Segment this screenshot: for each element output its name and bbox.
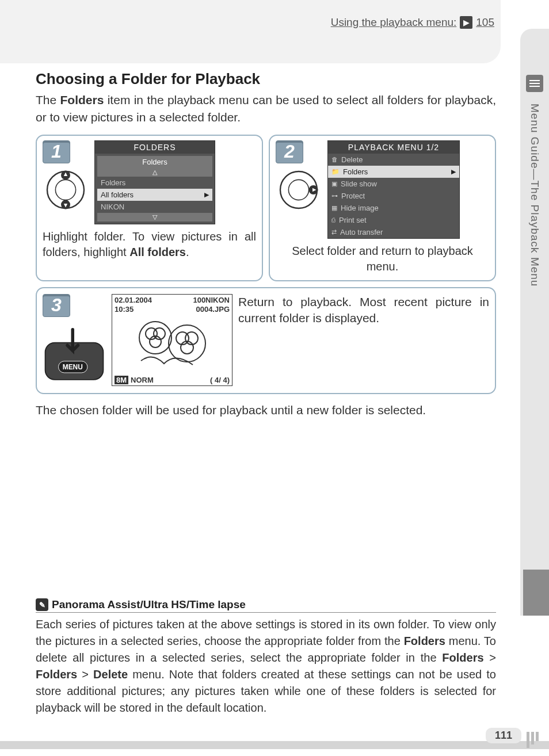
protect-icon: ⊶ xyxy=(331,192,338,200)
photo-count: ( 4/ 4) xyxy=(210,376,230,384)
intro-pre: The xyxy=(36,93,60,106)
menu-row-selected: 📁Folders▶ xyxy=(328,166,459,178)
top-banner xyxy=(0,0,501,63)
folder-row: NIKON xyxy=(97,201,212,213)
menu-row: ⊶Protect xyxy=(328,190,459,202)
step-3-screen: 02.01.2004 10:35 100NIKON 0004.JPG 8M NO… xyxy=(112,294,232,386)
step-1-number: 1 xyxy=(43,140,70,163)
camera-menu-button-icon: MENU xyxy=(43,322,106,385)
intro-bold: Folders xyxy=(60,93,104,106)
page-number: 111 xyxy=(486,728,521,743)
folder-row: Folders xyxy=(97,177,212,189)
photo-size-badge: 8M xyxy=(115,376,128,384)
screen-title: PLAYBACK MENU 1/2 xyxy=(328,141,459,154)
slideshow-icon: ▣ xyxy=(331,180,337,188)
note-body: Each series of pictures taken at the abo… xyxy=(36,616,496,716)
closing-paragraph: The chosen folder will be used for playb… xyxy=(36,403,496,417)
step-2: 2 PLAYBACK MENU 1/2 🗑Delete 📁Folders▶ ▣S… xyxy=(269,135,496,281)
svg-text:MENU: MENU xyxy=(63,363,83,371)
multi-selector-right-icon xyxy=(276,167,322,213)
folder-icon: 📁 xyxy=(331,168,340,175)
step-3-number: 3 xyxy=(43,294,70,317)
intro-paragraph: The Folders item in the playback menu ca… xyxy=(36,91,496,127)
multi-selector-icon xyxy=(43,167,89,213)
intro-post: item in the playback menu can be used to… xyxy=(36,93,496,124)
header-ref-text: Using the playback menu: xyxy=(331,16,457,29)
note-title-text: Panorama Assist/Ultra HS/Time lapse xyxy=(52,598,246,611)
step-2-screen: PLAYBACK MENU 1/2 🗑Delete 📁Folders▶ ▣Sli… xyxy=(327,140,460,239)
menu-row: 🗑Delete xyxy=(328,154,459,166)
menu-row: ⎙Print set xyxy=(328,214,459,226)
footer-bar xyxy=(0,741,549,749)
trash-icon: 🗑 xyxy=(331,156,338,163)
hide-icon: ▦ xyxy=(331,204,337,212)
steps-row: 1 FOLDERS Folders △ Folde xyxy=(36,135,496,281)
print-icon: ⎙ xyxy=(331,216,336,223)
page-title: Choosing a Folder for Playback xyxy=(36,70,496,88)
step-1: 1 FOLDERS Folders △ Folde xyxy=(36,135,263,281)
flower-photo-content xyxy=(124,312,222,375)
photo-folder: 100NIKON xyxy=(193,296,230,304)
header-reference: Using the playback menu: ▶ 105 xyxy=(331,16,494,29)
side-thumb-index xyxy=(523,570,549,616)
side-tab-label: Menu Guide—The Playback Menu xyxy=(528,104,541,287)
step-1-screen: FOLDERS Folders △ Folders All folders▶ N… xyxy=(94,140,215,224)
step-2-number: 2 xyxy=(276,140,303,163)
menu-row: ▦Hide image xyxy=(328,202,459,214)
menu-row: ⇄Auto transfer xyxy=(328,226,459,238)
transfer-icon: ⇄ xyxy=(331,228,337,236)
svg-point-7 xyxy=(288,180,308,200)
step-2-caption: Select folder and return to playback men… xyxy=(276,243,489,274)
up-arrow-icon: △ xyxy=(97,168,212,177)
chevron-right-icon: ▶ xyxy=(204,191,209,198)
screen-title: FOLDERS xyxy=(95,141,215,154)
chevron-right-icon: ▶ xyxy=(451,168,456,175)
page-edge-marks xyxy=(527,732,539,748)
note-section: ✎ Panorama Assist/Ultra HS/Time lapse Ea… xyxy=(36,598,496,716)
header-ref-page: 105 xyxy=(476,16,494,29)
screen-subtitle: Folders xyxy=(97,156,212,168)
folder-row-selected: All folders▶ xyxy=(97,189,212,201)
step-3: 3 MENU 02.01.2004 10:35 100NIKON 0004.JP… xyxy=(36,287,496,394)
main-content: Choosing a Folder for Playback The Folde… xyxy=(36,70,496,417)
menu-row: ▣Slide show xyxy=(328,178,459,190)
step-1-caption: Highlight folder. To view pictures in al… xyxy=(43,229,256,260)
menu-icon xyxy=(526,75,543,92)
svg-point-1 xyxy=(55,180,75,200)
playback-icon: ▶ xyxy=(460,16,472,29)
note-title: ✎ Panorama Assist/Ultra HS/Time lapse xyxy=(36,598,246,611)
divider xyxy=(36,612,496,613)
note-icon: ✎ xyxy=(36,598,48,611)
step-3-caption: Return to playback. Most recent picture … xyxy=(238,294,489,327)
down-arrow-icon: ▽ xyxy=(97,213,212,222)
photo-date: 02.01.2004 xyxy=(115,296,152,304)
photo-quality: NORM xyxy=(131,376,154,384)
svg-point-17 xyxy=(169,325,205,362)
